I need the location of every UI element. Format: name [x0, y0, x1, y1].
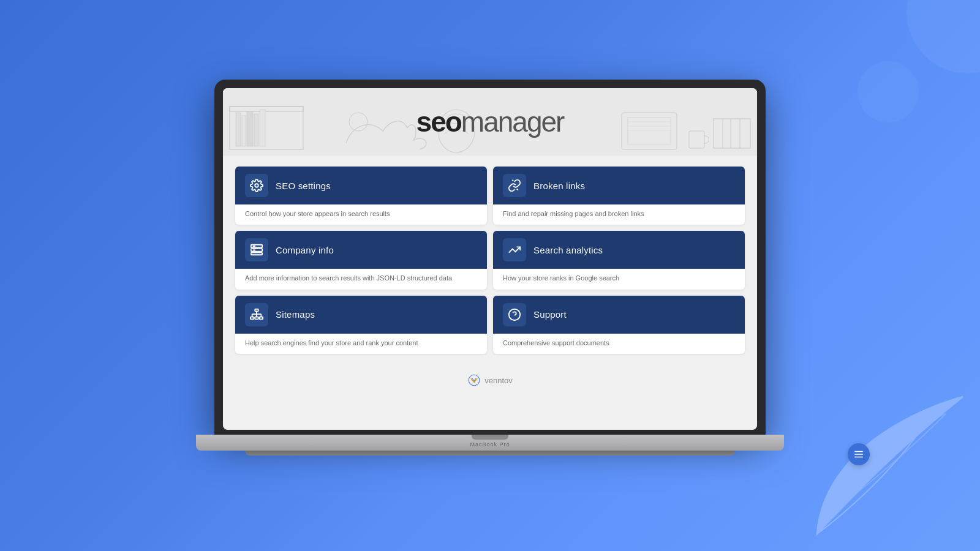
laptop-notch [472, 435, 508, 440]
search-analytics-title: Search analytics [533, 245, 603, 255]
search-analytics-icon-wrapper [503, 238, 526, 261]
support-title: Support [533, 309, 567, 320]
svg-rect-6 [260, 110, 265, 146]
support-icon-wrapper [503, 303, 526, 326]
svg-rect-25 [251, 253, 262, 255]
broken-links-card[interactable]: Broken links Find and repair missing pag… [493, 167, 745, 225]
svg-rect-31 [255, 317, 258, 319]
svg-point-40 [469, 375, 480, 386]
broken-link-icon [508, 179, 521, 192]
broken-links-header[interactable]: Broken links [493, 167, 745, 204]
support-icon [508, 308, 521, 321]
seo-settings-desc: Control how your store appears in search… [235, 204, 487, 225]
venntov-logo: venntov [223, 365, 757, 395]
app-header: seomanager [223, 88, 757, 156]
company-info-header[interactable]: Company info [235, 231, 487, 269]
leaf-decoration [809, 380, 980, 551]
broken-links-desc: Find and repair missing pages and broken… [493, 204, 745, 225]
seo-settings-card[interactable]: SEO settings Control how your store appe… [235, 167, 487, 225]
title-manager: manager [461, 106, 564, 138]
title-seo: seo [417, 106, 461, 138]
card-grid: SEO settings Control how your store appe… [223, 156, 757, 365]
sitemaps-header[interactable]: Sitemaps [235, 296, 487, 334]
svg-point-20 [255, 184, 258, 187]
laptop-screen-bezel: seomanager [214, 80, 766, 435]
app-title: seomanager [417, 105, 564, 138]
sitemaps-card[interactable]: Sitemaps Help search engines find your s… [235, 296, 487, 354]
company-info-desc: Add more information to search results w… [235, 269, 487, 289]
company-info-title: Company info [276, 245, 334, 255]
support-card[interactable]: Support Comprehensive support documents [493, 296, 745, 354]
screen-content: seomanager [223, 88, 757, 430]
svg-point-7 [349, 113, 368, 131]
search-analytics-header[interactable]: Search analytics [493, 231, 745, 269]
company-info-card[interactable]: Company info Add more information to sea… [235, 231, 487, 289]
laptop-base: MacBook Pro [196, 435, 784, 451]
sitemap-icon [250, 308, 263, 321]
search-analytics-card[interactable]: Search analytics How your store ranks in… [493, 231, 745, 289]
svg-rect-15 [689, 131, 704, 148]
svg-rect-2 [236, 113, 241, 146]
analytics-icon [508, 243, 521, 257]
venntov-logo-icon [467, 373, 481, 387]
svg-rect-3 [242, 116, 246, 146]
svg-rect-29 [255, 309, 258, 312]
laptop-container: seomanager [208, 80, 772, 471]
support-desc: Comprehensive support documents [493, 334, 745, 354]
floating-btn-icon [853, 449, 864, 460]
svg-rect-30 [251, 317, 254, 319]
seo-settings-header[interactable]: SEO settings [235, 167, 487, 204]
broken-links-icon-wrapper [503, 174, 526, 197]
sitemaps-desc: Help search engines find your store and … [235, 334, 487, 354]
svg-rect-27 [253, 246, 256, 247]
sitemaps-icon-wrapper [245, 303, 268, 326]
laptop-stand [245, 451, 735, 455]
laptop-model: MacBook Pro [470, 441, 510, 448]
svg-rect-1 [230, 107, 303, 111]
seo-settings-title: SEO settings [276, 181, 331, 191]
company-info-icon-wrapper [245, 238, 268, 261]
sitemaps-title: Sitemaps [276, 309, 315, 320]
svg-rect-32 [260, 317, 263, 319]
svg-line-21 [512, 180, 513, 181]
floating-help-button[interactable] [848, 443, 870, 465]
svg-rect-5 [254, 114, 258, 146]
svg-rect-11 [628, 118, 671, 144]
svg-rect-16 [714, 119, 750, 148]
gear-icon [250, 179, 263, 192]
svg-rect-4 [247, 111, 253, 146]
company-info-icon [250, 243, 263, 257]
broken-links-title: Broken links [533, 181, 585, 191]
laptop-screen: seomanager [223, 88, 757, 430]
support-header[interactable]: Support [493, 296, 745, 334]
venntov-name: venntov [484, 376, 513, 385]
svg-line-22 [517, 189, 518, 190]
search-analytics-desc: How your store ranks in Google search [493, 269, 745, 289]
svg-rect-10 [622, 113, 677, 149]
svg-rect-28 [253, 250, 256, 251]
seo-settings-icon-wrapper [245, 174, 268, 197]
